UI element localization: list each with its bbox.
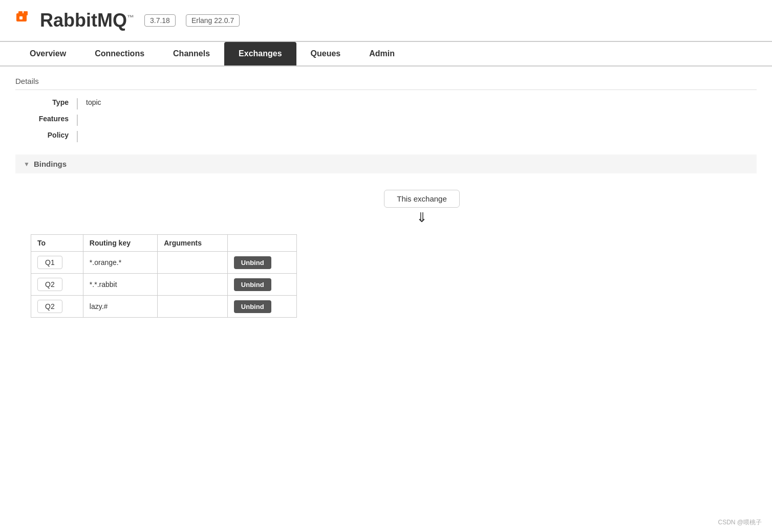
type-label: Type: [26, 98, 77, 106]
main-nav: Overview Connections Channels Exchanges …: [0, 41, 772, 66]
bindings-table-header-row: To Routing key Arguments: [31, 235, 297, 252]
logo: RabbitMQ™: [15, 9, 134, 32]
unbind-button-2[interactable]: Unbind: [234, 300, 271, 313]
details-table: Type topic Features Policy: [26, 98, 757, 142]
nav-overview[interactable]: Overview: [15, 42, 80, 65]
svg-rect-2: [24, 11, 28, 15]
type-value: topic: [77, 98, 101, 109]
binding-routing-key-0: *.orange.*: [83, 252, 157, 274]
policy-value: [77, 131, 86, 142]
rabbitmq-logo-icon: [15, 9, 38, 32]
page-header: RabbitMQ™ 3.7.18 Erlang 22.0.7: [0, 0, 772, 41]
binding-action-0[interactable]: Unbind: [227, 252, 296, 274]
features-label: Features: [26, 115, 77, 123]
version-badge: 3.7.18: [144, 14, 176, 27]
table-row: Q2*.*.rabbitUnbind: [31, 274, 297, 296]
logo-text: RabbitMQ™: [40, 10, 134, 31]
queue-box: Q2: [37, 300, 62, 313]
detail-row-policy: Policy: [26, 131, 757, 142]
binding-routing-key-1: *.*.rabbit: [83, 274, 157, 296]
unbind-button-1[interactable]: Unbind: [234, 278, 271, 291]
policy-label: Policy: [26, 131, 77, 139]
bindings-collapse-icon: ▼: [24, 161, 30, 168]
bindings-section-header[interactable]: ▼ Bindings: [15, 154, 757, 173]
col-actions: [227, 235, 296, 252]
col-to: To: [31, 235, 83, 252]
main-content: Details Type topic Features Policy ▼ Bin…: [0, 66, 772, 336]
binding-arguments-0: [158, 252, 228, 274]
exchange-box-container: This exchange ⇓: [102, 190, 741, 224]
queue-box: Q2: [37, 278, 62, 291]
svg-rect-1: [18, 11, 23, 15]
binding-routing-key-2: lazy.#: [83, 296, 157, 318]
nav-queues[interactable]: Queues: [296, 42, 355, 65]
queue-box: Q1: [37, 256, 62, 269]
features-value: [77, 115, 86, 126]
bindings-table: To Routing key Arguments Q1*.orange.*Unb…: [31, 234, 297, 318]
erlang-badge: Erlang 22.0.7: [186, 14, 240, 27]
nav-admin[interactable]: Admin: [355, 42, 409, 65]
detail-row-type: Type topic: [26, 98, 757, 109]
binding-action-1[interactable]: Unbind: [227, 274, 296, 296]
binding-to-2: Q2: [31, 296, 83, 318]
nav-channels[interactable]: Channels: [159, 42, 224, 65]
svg-rect-3: [19, 16, 23, 19]
nav-connections[interactable]: Connections: [80, 42, 159, 65]
col-routing-key: Routing key: [83, 235, 157, 252]
bindings-content: This exchange ⇓ To Routing key Arguments…: [15, 182, 757, 326]
nav-exchanges[interactable]: Exchanges: [224, 42, 296, 65]
binding-arguments-1: [158, 274, 228, 296]
binding-to-0: Q1: [31, 252, 83, 274]
binding-arguments-2: [158, 296, 228, 318]
bindings-title: Bindings: [34, 160, 67, 168]
col-arguments: Arguments: [158, 235, 228, 252]
detail-row-features: Features: [26, 115, 757, 126]
details-section-title: Details: [15, 77, 757, 90]
down-arrow-icon: ⇓: [416, 211, 427, 224]
unbind-button-0[interactable]: Unbind: [234, 256, 271, 269]
binding-action-2[interactable]: Unbind: [227, 296, 296, 318]
table-row: Q2lazy.#Unbind: [31, 296, 297, 318]
binding-to-1: Q2: [31, 274, 83, 296]
table-row: Q1*.orange.*Unbind: [31, 252, 297, 274]
exchange-box: This exchange: [384, 190, 460, 208]
